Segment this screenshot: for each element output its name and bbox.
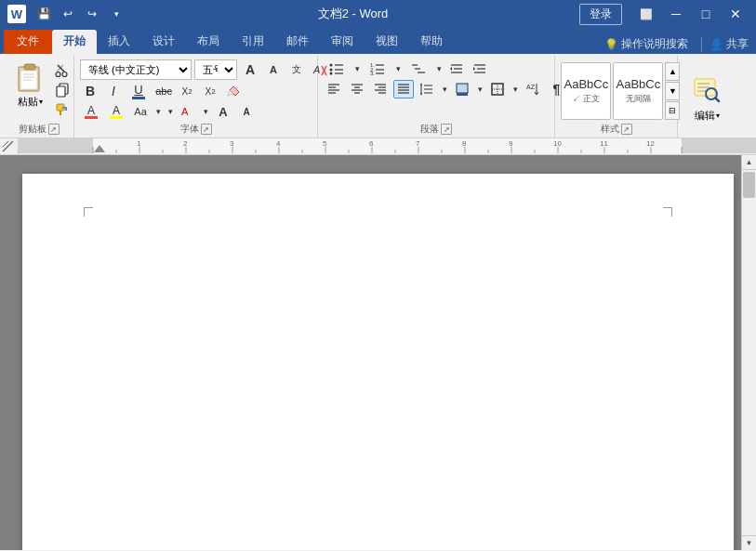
- decrease-indent-btn[interactable]: [446, 59, 467, 78]
- title-bar-left: W 💾 ↩ ↪ ▾: [7, 4, 126, 24]
- multilevel-dropdown[interactable]: ▾: [434, 59, 444, 78]
- multilevel-list-btn[interactable]: [405, 59, 431, 78]
- font-dialog-launcher[interactable]: ↗: [201, 124, 212, 135]
- svg-text:12: 12: [646, 139, 655, 148]
- increase-indent-btn[interactable]: [470, 59, 490, 78]
- border-dropdown[interactable]: ▾: [511, 80, 520, 98]
- quick-save-btn[interactable]: 💾: [33, 4, 54, 24]
- bullet-dropdown[interactable]: ▾: [352, 59, 362, 78]
- ideas-btn[interactable]: 💡 操作说明搜索: [599, 34, 694, 54]
- shading-btn[interactable]: [452, 80, 472, 98]
- tab-help[interactable]: 帮助: [409, 30, 454, 54]
- doc-scrollable: ▲ ▼: [0, 155, 756, 550]
- svg-point-8: [56, 72, 60, 77]
- style-normal-btn[interactable]: AaBbCc ↙ 正文: [561, 62, 611, 120]
- superscript-button[interactable]: X2: [200, 82, 220, 100]
- font-color-label-btn[interactable]: A: [178, 102, 198, 121]
- ribbon-right: 💡 操作说明搜索 👤 共享: [599, 34, 756, 54]
- tab-insert[interactable]: 插入: [97, 30, 141, 54]
- ribbon-group-font: 等线 (中文正文) 五号 A A 文 A B I: [74, 56, 318, 138]
- tab-mailings[interactable]: 邮件: [275, 30, 320, 54]
- line-spacing-dropdown[interactable]: ▾: [440, 80, 449, 98]
- font-reduce-btn[interactable]: A: [236, 102, 257, 121]
- tab-review[interactable]: 审阅: [320, 30, 365, 54]
- bullet-list-btn[interactable]: [324, 59, 350, 78]
- tab-design[interactable]: 设计: [141, 30, 186, 54]
- justify-btn[interactable]: [393, 80, 414, 98]
- paragraph-row-1: ▾ 1. 2. 3. ▾: [324, 59, 490, 78]
- italic-button[interactable]: I: [103, 82, 124, 100]
- sort-btn[interactable]: AZ: [523, 80, 543, 98]
- styles-dialog-launcher[interactable]: ↗: [621, 124, 632, 135]
- line-spacing-btn[interactable]: [417, 80, 437, 98]
- font-grow-btn[interactable]: A: [240, 60, 260, 79]
- clipboard-small-btns: [52, 59, 73, 119]
- font-name-select[interactable]: 等线 (中文正文): [80, 59, 192, 80]
- scroll-down-btn[interactable]: ▼: [742, 535, 756, 550]
- font-case-dropdown[interactable]: ▾: [201, 102, 210, 121]
- numbered-list-btn[interactable]: 1. 2. 3.: [365, 59, 391, 78]
- font-size-select[interactable]: 五号: [194, 59, 237, 80]
- ribbon-tabs-bar: 文件 开始 插入 设计 布局 引用 邮件 审阅 视图 帮助 💡 操作说明搜索 👤…: [0, 28, 756, 54]
- paragraph-dialog-launcher[interactable]: ↗: [441, 124, 452, 135]
- font-case-btn[interactable]: Aa: [130, 102, 151, 121]
- font-color-btn[interactable]: A: [80, 102, 102, 121]
- quick-dropdown-btn[interactable]: ▾: [106, 4, 126, 24]
- scroll-up-btn[interactable]: ▲: [742, 155, 756, 170]
- doc-area[interactable]: [0, 155, 756, 550]
- login-button[interactable]: 登录: [579, 4, 622, 25]
- underline-button[interactable]: U: [126, 82, 151, 100]
- minimize-btn[interactable]: ─: [663, 5, 689, 23]
- ruler-corner[interactable]: [0, 138, 19, 155]
- copy-button[interactable]: [52, 81, 73, 99]
- cut-button[interactable]: [52, 61, 73, 80]
- align-right-btn[interactable]: [370, 80, 391, 98]
- font-color-dropdown[interactable]: ▾: [153, 102, 163, 121]
- svg-point-9: [62, 72, 67, 77]
- tab-home[interactable]: 开始: [52, 30, 97, 54]
- styles-group-label: 样式 ↗: [561, 121, 671, 138]
- tab-references[interactable]: 引用: [231, 30, 275, 54]
- font-row-3: A A Aa ▾ ▾ A ▾ A A: [80, 102, 257, 121]
- style-noSpacing-btn[interactable]: AaBbCc 无间隔: [613, 62, 663, 120]
- font-enlarge-btn[interactable]: A: [213, 102, 233, 121]
- ribbon-collapse-btn[interactable]: ⬜: [633, 5, 659, 23]
- tab-layout[interactable]: 布局: [186, 30, 231, 54]
- corner-mark-tl: [84, 207, 93, 216]
- copy-icon: [55, 83, 70, 98]
- clipboard-group-label: 剪贴板 ↗: [9, 121, 68, 138]
- highlight-color-btn[interactable]: A: [105, 102, 127, 121]
- align-center-btn[interactable]: [347, 80, 367, 98]
- highlight-dropdown[interactable]: ▾: [166, 102, 175, 121]
- quick-redo-btn[interactable]: ↪: [82, 4, 102, 24]
- restore-btn[interactable]: □: [693, 5, 719, 23]
- quick-undo-btn[interactable]: ↩: [58, 4, 78, 24]
- share-btn[interactable]: 👤 共享: [710, 36, 749, 52]
- font-wen-btn[interactable]: 文: [286, 60, 307, 79]
- strikethrough-button[interactable]: abc: [153, 82, 174, 100]
- editing-find-btn[interactable]: 编辑 ▾: [683, 72, 730, 125]
- erase-button[interactable]: [223, 82, 244, 100]
- border-btn[interactable]: [487, 80, 508, 98]
- vertical-scrollbar: ▲ ▼: [741, 155, 756, 550]
- document-page[interactable]: [22, 174, 734, 550]
- shading-dropdown[interactable]: ▾: [475, 80, 484, 98]
- shading-icon: [455, 82, 470, 97]
- close-btn[interactable]: ✕: [723, 5, 749, 23]
- tab-view[interactable]: 视图: [365, 30, 409, 54]
- tab-file[interactable]: 文件: [4, 30, 52, 54]
- subscript-button[interactable]: X2: [177, 82, 197, 100]
- ruler-corner-icon: [0, 138, 17, 155]
- bold-button[interactable]: B: [80, 82, 100, 100]
- paste-button[interactable]: 粘贴 ▾: [9, 59, 50, 111]
- font-shrink-btn[interactable]: A: [263, 60, 284, 79]
- numbered-dropdown[interactable]: ▾: [393, 59, 403, 78]
- scroll-thumb[interactable]: [743, 172, 755, 198]
- format-painter-button[interactable]: [52, 100, 73, 119]
- align-left-btn[interactable]: [324, 80, 344, 98]
- bullet-list-icon: [328, 61, 345, 76]
- title-bar-right: 登录 ⬜ ─ □ ✕: [579, 4, 749, 25]
- ruler: 1 2 3 4 5 6 7 8 9 10 11 12: [0, 138, 756, 155]
- clipboard-dialog-launcher[interactable]: ↗: [48, 124, 60, 135]
- svg-rect-59: [457, 93, 468, 96]
